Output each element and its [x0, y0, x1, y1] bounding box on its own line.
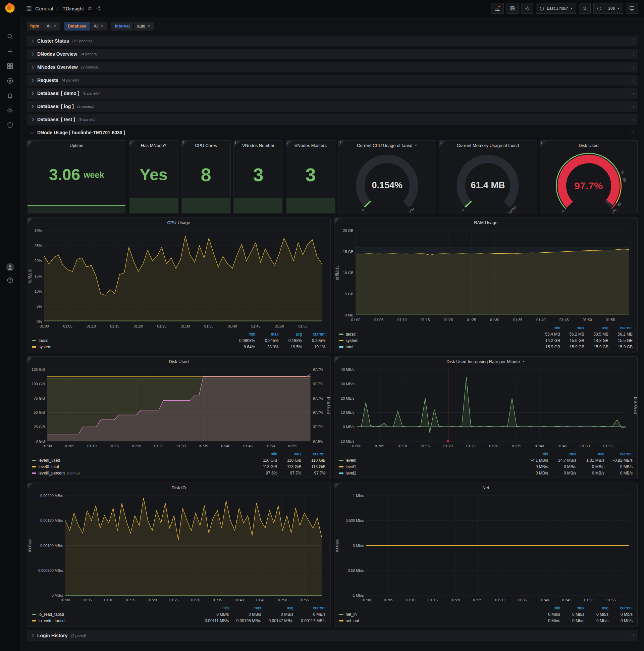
panel-title[interactable]: Current CPU Usage of taosd	[357, 143, 412, 148]
variable-fqdn-dropdown[interactable]: All	[43, 22, 60, 31]
svg-text:01:10: 01:10	[397, 444, 407, 448]
row-drag-handle[interactable]	[632, 105, 632, 105]
row-dnode-usage[interactable]: DNode Usage [ huolinhe-TM1701:6030 ]	[27, 127, 638, 138]
disk-used-plot[interactable]: 01:0001:0501:1001:1501:2001:2501:3001:35…	[27, 366, 330, 450]
share-icon[interactable]	[96, 6, 101, 11]
row-drag-handle[interactable]	[632, 92, 632, 92]
time-range-picker[interactable]: Last 1 hour	[536, 3, 576, 14]
ram-usage-plot[interactable]: 01:0001:0501:1001:1501:2001:2501:3001:35…	[334, 227, 638, 324]
refresh-interval-dropdown[interactable]: 30s	[605, 3, 623, 14]
panel-title[interactable]: RAM Usage	[474, 220, 497, 225]
grafana-logo[interactable]	[3, 2, 17, 15]
row-cluster-status[interactable]: Cluster Status(21 panels)	[27, 36, 638, 46]
legend-series-net_in[interactable]: net_in	[339, 612, 536, 617]
legend-value: 14.2 GB	[536, 338, 560, 343]
refresh-button[interactable]	[593, 3, 605, 14]
gauge-value: 0.154%	[339, 180, 436, 191]
svg-text:-0.50 Mb/s: -0.50 Mb/s	[347, 568, 364, 572]
variable-database-dropdown[interactable]: All	[91, 22, 107, 31]
svg-text:01:30: 01:30	[495, 598, 505, 602]
row-drag-handle[interactable]	[632, 118, 632, 119]
cpu-usage-plot[interactable]: 01:0001:0501:1001:1501:2001:2501:3001:35…	[27, 227, 330, 330]
legend-series-level0_total[interactable]: level0_total	[32, 464, 253, 469]
svg-text:01:20: 01:20	[134, 324, 143, 328]
row-mnodes-overview[interactable]: MNodes Overview(2 panels)	[27, 62, 638, 72]
zoom-out-button[interactable]	[579, 3, 591, 14]
panel-title[interactable]: Disk Used	[169, 359, 189, 364]
panel-title[interactable]: Net	[482, 485, 489, 490]
legend-series-io_write_taosd[interactable]: io_write_taosd	[32, 618, 197, 623]
legend-series-level0_used[interactable]: level0_used	[32, 458, 253, 463]
row-database-demo[interactable]: Database: [ demo ](5 panels)	[27, 88, 638, 99]
row-drag-handle[interactable]	[632, 634, 632, 634]
legend-series-taosd[interactable]: taosd	[339, 332, 536, 337]
top-navbar: General / TDinsight Last 1 hour 30s	[20, 0, 644, 17]
dashboard-grid-icon[interactable]	[26, 6, 32, 11]
breadcrumb-dashboard-title[interactable]: TDinsight	[63, 6, 84, 11]
add-panel-button[interactable]	[491, 3, 504, 14]
disk-io-plot[interactable]: 01:0001:0501:1001:1501:2001:2501:3001:35…	[27, 492, 330, 604]
row-title: Database: [ demo ]	[37, 91, 79, 96]
search-icon[interactable]	[7, 33, 13, 40]
save-dashboard-button[interactable]	[507, 3, 519, 14]
svg-text:01:30: 01:30	[191, 598, 201, 602]
row-drag-handle[interactable]	[632, 39, 632, 40]
star-icon[interactable]	[87, 6, 93, 11]
user-avatar[interactable]	[6, 263, 14, 272]
row-drag-handle[interactable]	[632, 52, 632, 53]
panel-title[interactable]: Has MNode?	[141, 143, 166, 148]
help-icon[interactable]	[7, 277, 13, 284]
panel-title[interactable]: CPU Cores	[195, 143, 217, 148]
svg-text:97.7%: 97.7%	[313, 367, 323, 371]
panel-title[interactable]: VNodes Masters	[294, 143, 327, 148]
legend-series-net_out[interactable]: net_out	[339, 618, 536, 623]
svg-text:5%: 5%	[37, 304, 42, 308]
row-drag-handle[interactable]	[632, 65, 632, 66]
legend-series-level0[interactable]: level0	[339, 458, 520, 463]
panel-menu-icon[interactable]	[522, 361, 525, 362]
panel-title[interactable]: CPU Usage	[167, 220, 190, 225]
chevron-right-icon	[31, 65, 34, 69]
legend-series-system[interactable]: system	[32, 345, 232, 349]
net-plot[interactable]: 01:0001:0501:1001:1501:2001:2501:3001:35…	[334, 492, 638, 604]
legend-column-min: min	[253, 452, 278, 456]
breadcrumb-section[interactable]: General	[35, 6, 53, 11]
legend-series-io_read_taosd[interactable]: io_read_taosd	[32, 612, 197, 617]
legend-series-level1[interactable]: level1	[339, 464, 520, 469]
row-drag-handle[interactable]	[632, 79, 632, 79]
dashboard-settings-button[interactable]	[521, 3, 533, 14]
navbar-actions: Last 1 hour 30s	[491, 3, 638, 14]
server-admin-shield-icon[interactable]	[7, 122, 13, 128]
row-login-history[interactable]: Login History(1 panel)	[27, 630, 638, 641]
series-color-swatch	[32, 614, 36, 615]
row-requests[interactable]: Requests(4 panels)	[27, 75, 638, 86]
legend-series-level0_percent[interactable]: level0_percent (right-y)	[32, 471, 253, 475]
panel-title[interactable]: Current Memory Usage of taosd	[457, 143, 519, 148]
svg-text:01:15: 01:15	[126, 598, 135, 602]
panel-menu-icon[interactable]	[415, 145, 417, 146]
panel-title[interactable]: Uptime	[69, 143, 83, 148]
panel-title[interactable]: VNodes Number	[242, 143, 275, 148]
disk-rate-plot[interactable]: 01:0001:0501:1001:1501:2001:2501:3001:35…	[334, 366, 638, 450]
svg-text:40 MB/s: 40 MB/s	[341, 367, 355, 371]
panel-title[interactable]: Disk Used	[579, 143, 599, 148]
gauge-value: 61.4 MB	[439, 180, 536, 191]
row-database-log[interactable]: Database: [ log ](5 panels)	[27, 101, 638, 112]
row-dnodes-overview[interactable]: DNodes Overview(4 panels)	[27, 49, 638, 59]
panel-title[interactable]: Disk Used Increasing Rate per Minute	[446, 359, 520, 364]
legend-series-taosd[interactable]: taosd	[32, 338, 232, 343]
dashboards-icon[interactable]	[7, 63, 13, 69]
configuration-gear-icon[interactable]	[7, 107, 13, 114]
disk-used-legend: minmaxcurrentlevel0_used110 GiB110 GiB11…	[27, 450, 330, 479]
panel-title[interactable]: Disk IO	[171, 485, 186, 490]
explore-compass-icon[interactable]	[7, 78, 13, 84]
create-plus-icon[interactable]	[7, 48, 13, 55]
variable-interval-dropdown[interactable]: auto	[134, 22, 154, 31]
legend-series-total[interactable]: total	[339, 345, 536, 349]
cycle-view-mode-button[interactable]	[626, 3, 638, 14]
alerting-bell-icon[interactable]	[7, 92, 13, 99]
legend-series-level2[interactable]: level2	[339, 471, 520, 475]
legend-series-system[interactable]: system	[339, 338, 536, 343]
row-database-test[interactable]: Database: [ test ](5 panels)	[27, 114, 638, 125]
row-drag-handle[interactable]	[632, 131, 632, 131]
